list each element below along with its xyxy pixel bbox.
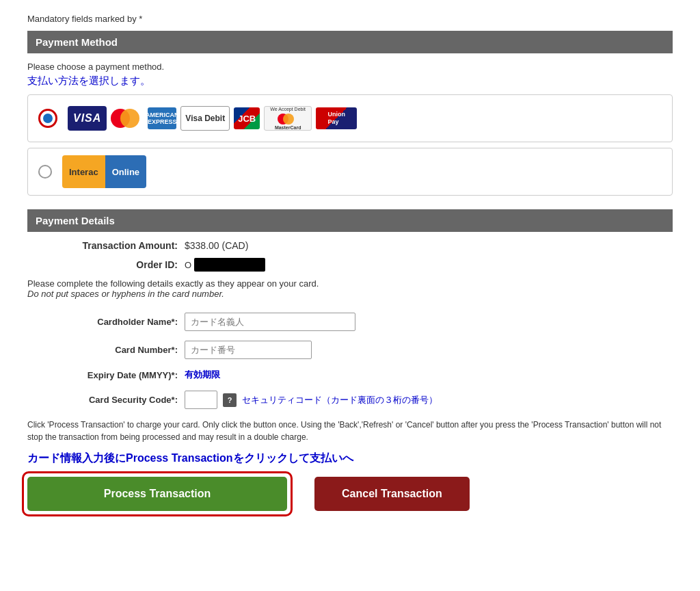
card-number-input[interactable] xyxy=(185,341,312,359)
payment-details-header: Payment Details xyxy=(27,209,673,232)
security-code-input[interactable] xyxy=(185,391,217,409)
order-id-value: O xyxy=(185,258,265,272)
cardholder-name-label: Cardholder Name*: xyxy=(27,317,178,327)
instruction-text: Please complete the following details ex… xyxy=(27,278,673,299)
security-code-label: Card Security Code*: xyxy=(27,395,178,405)
payment-option-cards[interactable]: VISA AMERICAN EXPRESS Visa Debit JCB We … xyxy=(27,94,673,142)
expiry-date-input[interactable]: 有効期限 xyxy=(185,369,220,381)
buttons-row: Process Transaction Cancel Transaction xyxy=(27,477,673,511)
cardholder-name-row: Cardholder Name*: xyxy=(27,313,673,331)
security-code-row: Card Security Code*: ? セキュリティコード（カード裏面の３… xyxy=(27,391,673,409)
payment-method-header: Payment Method xyxy=(27,31,673,53)
payment-method-section: Payment Method Please choose a payment m… xyxy=(27,31,673,196)
security-code-hint: セキュリティコード（カード裏面の３桁の番号） xyxy=(242,394,438,406)
japanese-instruction: カード情報入力後にProcess Transactionをクリックして支払いへ xyxy=(27,451,673,466)
expiry-date-row: Expiry Date (MMYY)*: 有効期限 xyxy=(27,369,673,381)
jcb-logo: JCB xyxy=(234,107,260,129)
card-number-label: Card Number*: xyxy=(27,345,178,355)
security-help-icon[interactable]: ? xyxy=(223,393,237,407)
cancel-transaction-button[interactable]: Cancel Transaction xyxy=(314,477,470,511)
choose-method-japanese: 支払い方法を選択します。 xyxy=(27,75,673,88)
order-id-prefix: O xyxy=(185,260,191,270)
expiry-date-label: Expiry Date (MMYY)*: xyxy=(27,370,178,380)
amex-logo: AMERICAN EXPRESS xyxy=(148,107,176,129)
radio-cards[interactable] xyxy=(38,109,57,128)
unionpay-logo: UnionPay xyxy=(316,107,357,129)
mandatory-note: Mandatory fields marked by * xyxy=(27,14,673,24)
card-number-row: Card Number*: xyxy=(27,341,673,359)
card-logos: VISA AMERICAN EXPRESS Visa Debit JCB We … xyxy=(68,106,357,131)
choose-method-text: Please choose a payment method. xyxy=(27,62,673,72)
order-id-label: Order ID: xyxy=(27,259,178,270)
transaction-amount-row: Transaction Amount: $338.00 (CAD) xyxy=(27,240,673,251)
mastercard-logo xyxy=(111,107,144,129)
interac-logo: Interac Online xyxy=(62,155,146,188)
security-code-inputs: ? セキュリティコード（カード裏面の３桁の番号） xyxy=(185,391,438,409)
process-btn-wrapper: Process Transaction xyxy=(27,477,287,511)
visa-debit-logo: Visa Debit xyxy=(180,106,230,131)
visa-logo: VISA xyxy=(68,106,107,131)
payment-option-interac[interactable]: Interac Online xyxy=(27,148,673,196)
transaction-amount-label: Transaction Amount: xyxy=(27,240,178,251)
process-transaction-button[interactable]: Process Transaction xyxy=(27,477,287,511)
payment-details-section: Payment Details Transaction Amount: $338… xyxy=(27,209,673,511)
order-id-masked xyxy=(194,258,265,272)
warning-text: Click 'Process Transaction' to charge yo… xyxy=(27,419,673,443)
radio-interac[interactable] xyxy=(38,165,52,179)
order-id-row: Order ID: O xyxy=(27,258,673,272)
cardholder-name-input[interactable] xyxy=(185,313,355,331)
transaction-amount-value: $338.00 (CAD) xyxy=(185,240,248,251)
mc-debit-logo: We Accept Debit MasterCard xyxy=(264,106,312,131)
